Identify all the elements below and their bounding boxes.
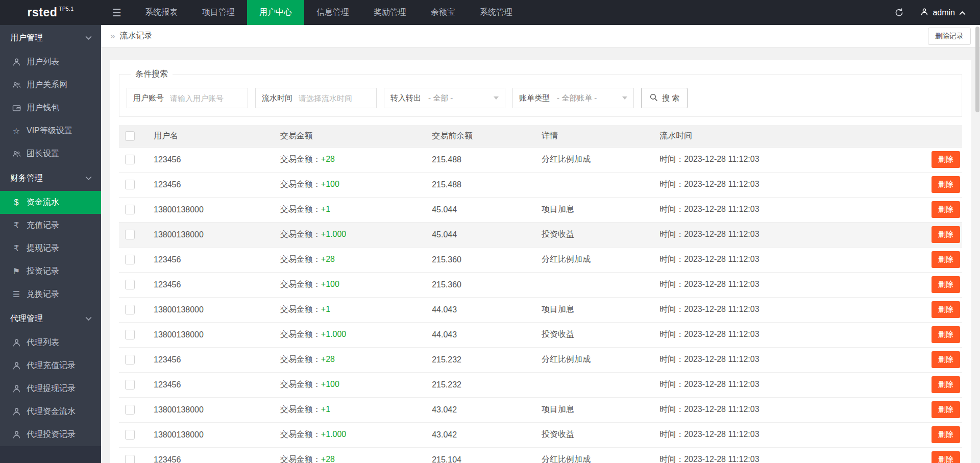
delete-button[interactable]: 删除 <box>932 176 960 193</box>
user-menu[interactable]: admin <box>916 0 980 25</box>
person-icon <box>11 57 21 67</box>
menu-toggle-icon[interactable]: ☰ <box>101 0 133 25</box>
table-row: 13800138000交易金额：+143.042项目加息时间：2023-12-2… <box>119 397 962 422</box>
breadcrumb-marker: » <box>110 31 115 41</box>
sidebar-item[interactable]: 用户关系网 <box>0 74 101 96</box>
refresh-icon[interactable] <box>882 0 916 25</box>
delete-button[interactable]: 删除 <box>932 376 960 393</box>
sidebar-group-header[interactable]: 用户管理 <box>0 25 101 51</box>
breadcrumb-bar: » 流水记录 删除记录 <box>101 25 980 47</box>
table-row: 123456交易金额：+100215.360时间：2023-12-28 11:1… <box>119 272 962 297</box>
username: admin <box>933 8 955 17</box>
sidebar-item[interactable]: ☆VIP等级设置 <box>0 119 101 142</box>
delete-button[interactable]: 删除 <box>932 401 960 418</box>
search-button[interactable]: 搜 索 <box>641 88 688 108</box>
row-checkbox[interactable] <box>125 405 135 415</box>
amount-cell: 交易金额：+28 <box>274 247 426 272</box>
time-prefix: 时间： <box>659 230 684 238</box>
delete-button[interactable]: 删除 <box>932 151 960 168</box>
sidebar-item[interactable]: 用户列表 <box>0 51 101 74</box>
delete-button[interactable]: 删除 <box>932 451 960 463</box>
row-checkbox[interactable] <box>125 155 135 164</box>
balance-cell: 45.044 <box>426 222 535 247</box>
delete-button[interactable]: 删除 <box>932 426 960 443</box>
row-checkbox[interactable] <box>125 355 135 364</box>
sidebar-item[interactable]: 代理资金流水 <box>0 400 101 423</box>
wallet-icon <box>11 103 21 113</box>
sidebar-item[interactable]: ₹充值记录 <box>0 214 101 237</box>
row-checkbox[interactable] <box>125 380 135 389</box>
topnav-item[interactable]: 项目管理 <box>190 0 247 25</box>
amount-value: +100 <box>321 180 339 188</box>
table-row: 13800138000交易金额：+144.043项目加息时间：2023-12-2… <box>119 297 962 322</box>
search-input[interactable] <box>299 88 376 108</box>
sidebar-item[interactable]: ⚑投资记录 <box>0 260 101 283</box>
scrollbar-thumb[interactable] <box>975 27 979 112</box>
sidebar-group-header[interactable]: 财务管理 <box>0 165 101 191</box>
search-input[interactable] <box>170 88 248 108</box>
time-prefix: 时间： <box>659 255 684 263</box>
amount-prefix: 交易金额： <box>280 355 321 363</box>
detail-cell: 投资收益 <box>535 322 653 347</box>
select-dropdown[interactable]: - 全部 - <box>427 88 505 108</box>
balance-cell: 215.360 <box>426 247 535 272</box>
row-checkbox[interactable] <box>125 205 135 214</box>
row-checkbox[interactable] <box>125 280 135 289</box>
action-cell: 删除 <box>896 172 962 197</box>
topnav-item[interactable]: 奖励管理 <box>361 0 419 25</box>
row-checkbox[interactable] <box>125 430 135 440</box>
sidebar-item[interactable]: $资金流水 <box>0 191 101 214</box>
sidebar-item[interactable]: 代理列表 <box>0 331 101 354</box>
delete-button[interactable]: 删除 <box>932 226 960 243</box>
detail-cell: 分红比例加成 <box>535 447 653 463</box>
sidebar-group-header[interactable]: 代理管理 <box>0 306 101 331</box>
sidebar-item-label: 代理提现记录 <box>27 383 76 394</box>
delete-button[interactable]: 删除 <box>932 301 960 318</box>
detail-cell <box>535 372 653 397</box>
search-row: 用户账号流水时间转入转出- 全部 -账单类型- 全部账单 - 搜 索 <box>127 88 954 108</box>
topnav-item[interactable]: 系统报表 <box>133 0 190 25</box>
row-checkbox[interactable] <box>125 255 135 264</box>
sidebar-item[interactable]: 团长设置 <box>0 142 101 165</box>
sidebar-item[interactable]: 代理投资记录 <box>0 423 101 446</box>
topnav-item[interactable]: 用户中心 <box>247 0 304 25</box>
select-dropdown[interactable]: - 全部账单 - <box>556 88 633 108</box>
column-header: 流水时间 <box>653 125 896 147</box>
topnav-item[interactable]: 信息管理 <box>304 0 361 25</box>
amount-value: +1.000 <box>321 230 346 238</box>
action-cell: 删除 <box>896 297 962 322</box>
people-icon <box>11 149 21 159</box>
topnav-item[interactable]: 系统管理 <box>468 0 525 25</box>
flag-icon: ⚑ <box>11 266 21 277</box>
checkbox-cell <box>119 272 148 297</box>
sidebar-item[interactable]: ☰兑换记录 <box>0 283 101 306</box>
row-checkbox[interactable] <box>125 455 135 463</box>
delete-records-button[interactable]: 删除记录 <box>928 28 971 45</box>
row-checkbox[interactable] <box>125 180 135 189</box>
user-cell: 13800138000 <box>148 222 274 247</box>
select-all-checkbox[interactable] <box>125 131 135 141</box>
time-prefix: 时间： <box>659 455 684 463</box>
topnav-item[interactable]: 余额宝 <box>419 0 468 25</box>
checkbox-cell <box>119 147 148 172</box>
amount-prefix: 交易金额： <box>280 205 321 213</box>
sidebar-item[interactable]: 代理充值记录 <box>0 354 101 377</box>
amount-cell: 交易金额：+28 <box>274 447 426 463</box>
amount-cell: 交易金额：+1 <box>274 397 426 422</box>
sidebar-item[interactable]: 代理提现记录 <box>0 377 101 400</box>
delete-button[interactable]: 删除 <box>932 251 960 268</box>
user-icon <box>920 8 928 18</box>
amount-cell: 交易金额：+1 <box>274 197 426 222</box>
table-row: 123456交易金额：+100215.488时间：2023-12-28 11:1… <box>119 172 962 197</box>
sidebar-item[interactable]: ₹提现记录 <box>0 237 101 260</box>
sidebar-item-label: 用户列表 <box>27 57 59 67</box>
delete-button[interactable]: 删除 <box>932 351 960 368</box>
delete-button[interactable]: 删除 <box>932 326 960 343</box>
delete-button[interactable]: 删除 <box>932 201 960 218</box>
row-checkbox[interactable] <box>125 330 135 339</box>
row-checkbox[interactable] <box>125 230 135 239</box>
delete-button[interactable]: 删除 <box>932 276 960 293</box>
row-checkbox[interactable] <box>125 305 135 314</box>
sidebar-item[interactable]: 用户钱包 <box>0 96 101 119</box>
balance-cell: 215.104 <box>426 447 535 463</box>
